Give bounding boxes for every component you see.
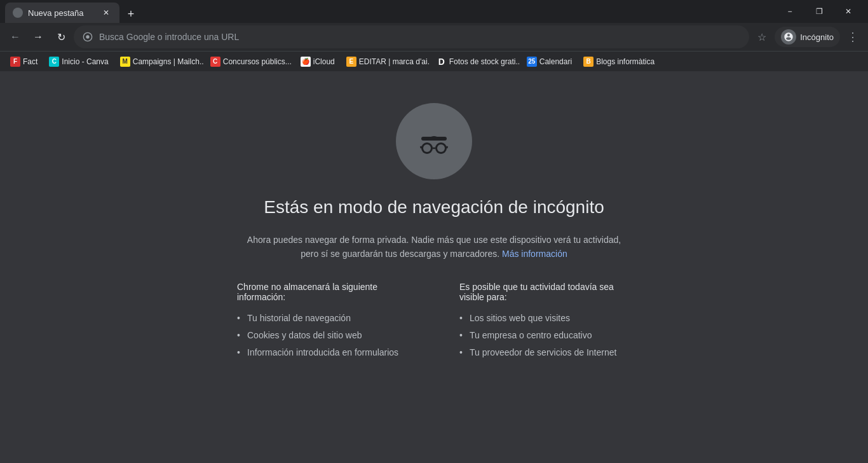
menu-icon: ⋮ xyxy=(847,30,858,44)
minimize-button[interactable]: − xyxy=(775,0,804,23)
left-column: Chrome no almacenará la siguiente inform… xyxy=(237,282,409,361)
bookmark-canva[interactable]: CInicio - Canva xyxy=(44,54,113,69)
close-button[interactable]: ✕ xyxy=(834,0,863,23)
bookmark-label-fotos: Fotos de stock grati... xyxy=(449,57,520,66)
bookmark-fotos[interactable]: DFotos de stock grati... xyxy=(431,54,520,69)
bookmark-label-canva: Inicio - Canva xyxy=(62,57,108,66)
bookmark-label-blogs: Blogs informàtica xyxy=(596,57,654,66)
left-column-list: Tu historial de navegaciónCookies y dato… xyxy=(237,310,409,361)
refresh-button[interactable]: ↻ xyxy=(51,27,71,47)
incognito-icon xyxy=(396,103,472,179)
svg-line-8 xyxy=(447,146,447,148)
window-controls: − ❐ ✕ xyxy=(775,0,863,23)
url-input[interactable] xyxy=(99,32,742,42)
active-tab[interactable]: Nueva pestaña ✕ xyxy=(5,3,119,23)
tab-title: Nueva pestaña xyxy=(28,8,95,18)
more-info-link[interactable]: Más información xyxy=(502,249,567,259)
page-content: Estás en modo de navegación de incógnito… xyxy=(0,71,868,463)
list-item: Tu empresa o centro educativo xyxy=(459,327,631,344)
chrome-menu-button[interactable]: ⋮ xyxy=(843,27,863,47)
right-column-list: Los sitios web que visitesTu empresa o c… xyxy=(459,310,631,361)
bookmark-editar[interactable]: EEDITAR | marca d'ai... xyxy=(341,54,430,69)
forward-button[interactable]: → xyxy=(28,27,48,47)
bookmark-label-editar: EDITAR | marca d'ai... xyxy=(359,57,430,66)
list-item: Información introducida en formularios xyxy=(237,344,409,361)
bookmark-concursos[interactable]: CConcursos públics... xyxy=(205,54,294,69)
title-bar: Nueva pestaña ✕ + − ❐ ✕ xyxy=(0,0,868,23)
bookmark-label-icloud: iCloud xyxy=(313,57,335,66)
refresh-icon: ↻ xyxy=(57,31,65,43)
profile-button[interactable]: Incógnito xyxy=(775,27,840,47)
incognito-columns: Chrome no almacenará la siguiente inform… xyxy=(212,282,656,361)
tab-strip: Nueva pestaña ✕ + xyxy=(5,0,775,23)
avatar xyxy=(781,29,796,45)
bookmarks-bar: FFactCInicio - CanvaMCampaigns | Mailch.… xyxy=(0,51,868,71)
list-item: Los sitios web que visites xyxy=(459,310,631,327)
left-column-heading: Chrome no almacenará la siguiente inform… xyxy=(237,282,409,302)
tab-close-button[interactable]: ✕ xyxy=(100,7,112,18)
toolbar: ← → ↻ ☆ Incógnito ⋮ xyxy=(0,23,868,51)
bookmark-calendari[interactable]: 25Calendari xyxy=(522,54,577,69)
bookmark-mailchimp[interactable]: MCampaigns | Mailch... xyxy=(115,54,204,69)
right-column: Es posible que tu actividad todavía sea … xyxy=(459,282,631,361)
maximize-button[interactable]: ❐ xyxy=(804,0,834,23)
bookmark-label-calendari: Calendari xyxy=(539,57,572,66)
bookmark-icloud[interactable]: 🍎iCloud xyxy=(295,54,340,69)
back-icon: ← xyxy=(10,31,20,43)
back-button[interactable]: ← xyxy=(5,27,25,47)
svg-point-4 xyxy=(423,144,431,152)
star-icon: ☆ xyxy=(757,31,766,43)
list-item: Cookies y datos del sitio web xyxy=(237,327,409,344)
bookmark-label-concursos: Concursos públics... xyxy=(223,57,292,66)
omnibox[interactable] xyxy=(74,25,749,48)
tab-favicon xyxy=(13,8,23,18)
list-item: Tu proveedor de servicios de Internet xyxy=(459,344,631,361)
bookmark-star-button[interactable]: ☆ xyxy=(752,27,772,47)
bookmark-fact[interactable]: FFact xyxy=(5,54,43,69)
svg-line-7 xyxy=(421,146,421,148)
profile-label: Incógnito xyxy=(800,32,834,42)
bookmark-label-mailchimp: Campaigns | Mailch... xyxy=(133,57,204,66)
new-tab-button[interactable]: + xyxy=(122,5,140,23)
incognito-description: Ahora puedes navegar de forma privada. N… xyxy=(247,233,621,261)
right-column-heading: Es posible que tu actividad todavía sea … xyxy=(459,282,631,302)
svg-point-5 xyxy=(437,144,445,152)
bookmark-blogs[interactable]: BBlogs informàtica xyxy=(578,54,660,69)
google-icon xyxy=(81,31,94,43)
incognito-title: Estás en modo de navegación de incógnito xyxy=(264,197,604,218)
list-item: Tu historial de navegación xyxy=(237,310,409,327)
bookmark-label-fact: Fact xyxy=(23,57,37,66)
forward-icon: → xyxy=(33,31,43,43)
